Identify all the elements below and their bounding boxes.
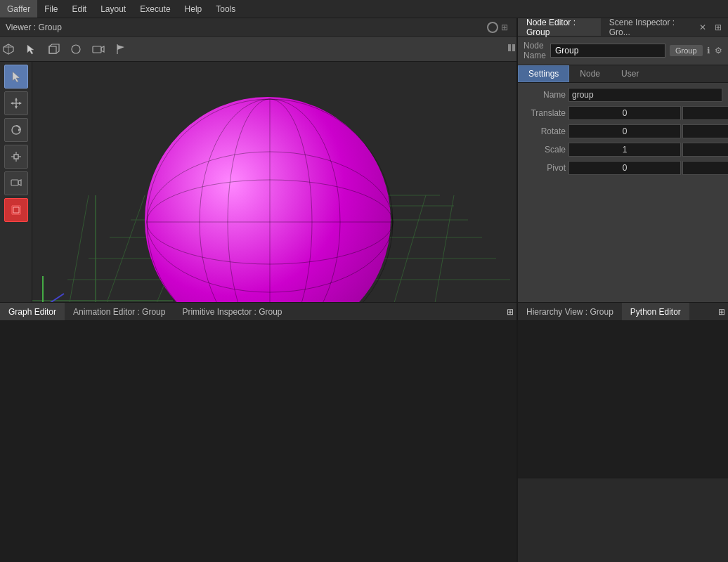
bottom-row: Graph Editor Animation Editor : Group Pr…	[0, 302, 728, 562]
flag-icon[interactable]	[112, 41, 129, 58]
tab-animation-editor[interactable]: Animation Editor : Group	[65, 303, 174, 320]
svg-marker-4	[49, 44, 59, 53]
3d-viewport[interactable]	[32, 62, 516, 302]
cursor-tool-icon[interactable]	[22, 41, 39, 58]
tab-hierarchy-view[interactable]: Hierarchy View : Group	[518, 303, 622, 320]
viewer-panel: Viewer : Group ⊞	[0, 18, 517, 302]
main-area: Viewer : Group ⊞	[0, 18, 728, 562]
settings-tab-settings[interactable]: Settings	[518, 65, 569, 82]
tab-primitive-inspector[interactable]: Primitive Inspector : Group	[174, 303, 290, 320]
select-tool-btn[interactable]	[4, 65, 28, 89]
svg-rect-20	[14, 155, 18, 159]
rotate-y-input[interactable]	[682, 124, 728, 138]
pivot-y-input[interactable]	[682, 161, 728, 175]
bottom-right-header: Hierarchy View : Group Python Editor ⊞	[518, 303, 728, 321]
graph-editor-panel: Graph Editor Animation Editor : Group Pr…	[0, 302, 517, 562]
maximize-bottom-right-btn[interactable]: ⊞	[718, 307, 728, 317]
sphere-outline-icon[interactable]	[67, 41, 84, 58]
maximize-panel-btn[interactable]: ⊞	[711, 20, 725, 34]
menu-edit[interactable]: Edit	[65, 0, 93, 18]
tab-python-editor[interactable]: Python Editor	[622, 303, 689, 320]
viewer-toolbar	[0, 37, 516, 62]
svg-point-5	[72, 45, 80, 53]
rotate-tool-btn[interactable]	[4, 118, 28, 142]
tab-scene-inspector[interactable]: Scene Inspector : Gro...	[601, 18, 696, 36]
settings-tab-user[interactable]: User	[611, 65, 649, 82]
panel-pause-btn	[507, 43, 516, 55]
tab-node-editor[interactable]: Node Editor : Group	[518, 18, 601, 36]
svg-marker-26	[18, 180, 21, 185]
left-toolbar	[0, 62, 32, 302]
settings-tabs: Settings Node User	[518, 65, 728, 83]
translate-y-input[interactable]	[682, 106, 728, 120]
menu-layout[interactable]: Layout	[93, 0, 133, 18]
connections-svg	[0, 321, 516, 562]
cube-icon[interactable]	[0, 41, 17, 58]
translate-property-row: Translate	[518, 104, 728, 122]
sync-indicator	[487, 22, 498, 33]
svg-rect-25	[11, 180, 18, 185]
menu-execute[interactable]: Execute	[133, 0, 177, 18]
menu-gaffer[interactable]: Gaffer	[0, 0, 37, 18]
menubar: Gaffer File Edit Layout Execute Help Too…	[0, 0, 728, 18]
maximize-graph-btn[interactable]: ⊞	[507, 307, 516, 317]
scale-property-row: Scale	[518, 140, 728, 159]
settings-content: Name Translate Rotate	[518, 83, 728, 180]
graph-header: Graph Editor Animation Editor : Group Pr…	[0, 303, 516, 321]
translate-tool-btn[interactable]	[4, 91, 28, 115]
viewer-body	[0, 62, 516, 302]
svg-rect-10	[508, 44, 511, 51]
tab-graph-editor[interactable]: Graph Editor	[0, 303, 65, 320]
node-type-badge: Group	[670, 45, 703, 56]
node-editor-panel: Node Editor : Group Scene Inspector : Gr…	[517, 18, 728, 302]
svg-rect-3	[49, 46, 56, 53]
graph-canvas[interactable]: Sphere PathFilter OpenGLShader ShaderAss…	[0, 321, 516, 562]
rotate-x-input[interactable]	[568, 124, 681, 138]
scale-x-input[interactable]	[568, 143, 681, 157]
scale-inputs	[568, 143, 728, 157]
svg-marker-16	[11, 102, 13, 105]
name-property-label: Name	[524, 90, 566, 100]
camera-tool-btn[interactable]	[4, 171, 28, 195]
scale-tool-btn[interactable]	[4, 145, 28, 169]
maximize-viewer-btn[interactable]: ⊞	[501, 22, 508, 32]
bottom-right-panel: Hierarchy View : Group Python Editor ⊞	[517, 302, 728, 562]
pivot-x-input[interactable]	[568, 161, 681, 175]
node-name-input[interactable]	[550, 44, 665, 58]
svg-rect-11	[512, 44, 515, 51]
pivot-property-label: Pivot	[524, 163, 566, 173]
translate-property-label: Translate	[524, 108, 566, 118]
node-editor-header: Node Editor : Group Scene Inspector : Gr…	[518, 18, 728, 37]
rotate-property-label: Rotate	[524, 126, 566, 136]
camera-icon[interactable]	[90, 41, 107, 58]
box-outline-icon[interactable]	[45, 41, 62, 58]
info-icon-btn[interactable]: ℹ	[707, 44, 710, 58]
scale-property-label: Scale	[524, 145, 566, 155]
close-panel-btn[interactable]: ✕	[696, 20, 710, 34]
svg-line-35	[67, 195, 89, 302]
name-property-input[interactable]	[568, 88, 722, 102]
scale-y-input[interactable]	[682, 143, 728, 157]
node-name-label: Node Name	[524, 41, 546, 60]
gear-icon-btn[interactable]: ⚙	[715, 44, 722, 58]
menu-file[interactable]: File	[37, 0, 65, 18]
svg-rect-6	[93, 46, 101, 53]
node-name-row: Node Name Group ℹ ⚙	[518, 37, 728, 65]
name-property-row: Name	[518, 86, 728, 104]
viewer-title: Viewer : Group	[6, 22, 62, 32]
translate-x-input[interactable]	[568, 106, 681, 120]
svg-line-36	[103, 195, 145, 302]
python-editor-body[interactable]	[518, 321, 728, 478]
translate-inputs	[568, 106, 728, 120]
svg-line-41	[391, 195, 426, 302]
python-editor-output	[518, 478, 728, 562]
svg-marker-17	[19, 102, 22, 105]
viewer-header: Viewer : Group ⊞	[0, 18, 516, 37]
svg-marker-14	[15, 98, 18, 100]
rotate-inputs	[568, 124, 728, 138]
svg-line-42	[433, 195, 454, 302]
crop-tool-btn[interactable]	[4, 198, 28, 222]
menu-tools[interactable]: Tools	[209, 0, 242, 18]
settings-tab-node[interactable]: Node	[569, 65, 611, 82]
menu-help[interactable]: Help	[178, 0, 209, 18]
